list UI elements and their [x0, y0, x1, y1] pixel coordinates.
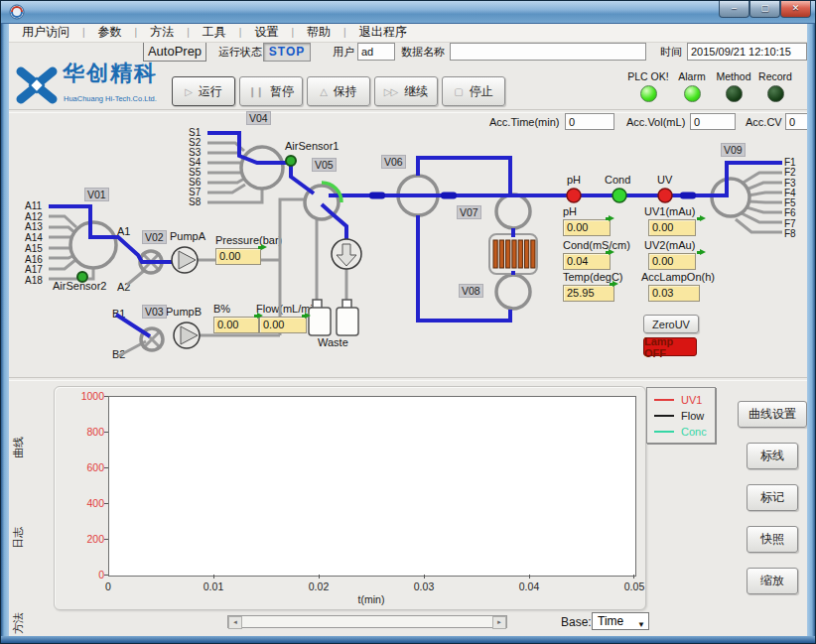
chart-plot-area: [108, 396, 636, 577]
record-led: [767, 85, 784, 102]
plc-ok-label: PLC OK!: [624, 70, 672, 82]
side-tab-log[interactable]: 日志: [11, 520, 25, 556]
base-dropdown[interactable]: Time ▼: [592, 612, 649, 630]
pause-button[interactable]: ❙❙ 暂停: [239, 76, 303, 106]
chart-h-scrollbar[interactable]: ◄ ►: [227, 615, 507, 628]
uv2-readout-value: 0.00: [648, 253, 696, 270]
hold-button[interactable]: △ 保持: [307, 76, 370, 106]
x-tick-001: 0.01: [194, 580, 233, 592]
legend-item-flow[interactable]: Flow: [654, 408, 715, 424]
menu-user-access[interactable]: 用户访问: [9, 24, 82, 41]
legend-item-conc[interactable]: Conc: [654, 424, 715, 440]
pump-b[interactable]: [174, 322, 200, 348]
pump-a[interactable]: [172, 247, 198, 273]
temp-readout-value: 25.95: [563, 285, 614, 302]
menu-method[interactable]: 方法: [137, 24, 187, 41]
run-button[interactable]: ▷ 运行: [172, 76, 235, 106]
marker-line-button[interactable]: 标线: [747, 443, 798, 469]
resume-button[interactable]: ▷▷ 继续: [374, 76, 438, 106]
eject-icon: △: [320, 86, 327, 97]
mark-button[interactable]: 标记: [747, 484, 798, 511]
uv-sensor-dot: [658, 189, 672, 202]
indicator-plc-ok: PLC OK!: [624, 70, 672, 102]
user-input[interactable]: [357, 43, 395, 61]
run-status-value: STOP: [263, 43, 311, 62]
play-icon: ▷: [185, 86, 192, 97]
lamp-off-label: Lamp OFF: [644, 335, 696, 359]
legend-item-uv1[interactable]: UV1: [654, 392, 715, 408]
menu-parameters[interactable]: 参数: [85, 24, 135, 41]
time-value: [687, 43, 807, 61]
stop-button[interactable]: ▢ 停止: [442, 76, 505, 106]
x-tick-003: 0.03: [404, 580, 444, 592]
x-tickmark: [319, 575, 320, 579]
brand-name-en: HuaChuang Hi-Tech.Co.Ltd.: [64, 92, 157, 105]
sample-pump[interactable]: [332, 239, 361, 269]
air-sensor-1-led: [286, 156, 296, 166]
green-arrow-icon: [305, 313, 311, 319]
valve-v04[interactable]: [241, 147, 283, 189]
y-tick-800: 800: [70, 426, 104, 438]
indicator-record: Record: [751, 70, 799, 102]
menu-help[interactable]: 帮助: [294, 24, 343, 41]
waste-bottles: [309, 300, 358, 335]
y-tickmark: [104, 539, 108, 540]
brand-logo-icon: [14, 64, 60, 106]
data-name-input[interactable]: [450, 43, 646, 61]
green-arrow-icon: [609, 215, 614, 221]
y-tickmark: [104, 396, 108, 397]
valve-label-v05: V05: [312, 158, 337, 172]
time-label: 时间: [660, 46, 682, 59]
valve-label-v09: V09: [721, 143, 746, 157]
valve-v01[interactable]: [70, 222, 116, 268]
cond-readout-value: 0.04: [563, 253, 611, 270]
acc-cv-value: [785, 113, 809, 130]
curve-settings-button[interactable]: 曲线设置: [738, 401, 807, 428]
menu-exit[interactable]: 退出程序: [346, 24, 420, 41]
close-button[interactable]: ✕: [780, 1, 811, 18]
valve-label-v02: V02: [142, 230, 167, 244]
window-border-left: [1, 23, 9, 636]
acc-lamp-on-value: 0.03: [648, 285, 700, 302]
base-dropdown-value: Time: [598, 614, 623, 628]
green-arrow-icon: [700, 249, 706, 255]
flow-value: 0.00: [259, 317, 307, 333]
zoom-button[interactable]: 缩放: [747, 568, 798, 594]
hold-button-label: 保持: [334, 83, 357, 100]
lamp-off-button[interactable]: Lamp OFF: [643, 337, 697, 356]
flow-line-swatch: [654, 415, 674, 417]
app-label-chip: AutoPrep: [143, 42, 206, 62]
column: [489, 234, 537, 274]
maximize-button[interactable]: ▢: [749, 1, 780, 18]
fast-forward-icon: ▷▷: [384, 86, 397, 97]
scroll-right-icon[interactable]: ►: [492, 616, 506, 629]
alarm-label: Alarm: [668, 70, 716, 82]
valve-v07[interactable]: [496, 194, 530, 228]
side-tab-method[interactable]: 方法: [11, 605, 25, 641]
window-border-right: [807, 23, 815, 636]
minimize-button[interactable]: –: [719, 1, 749, 18]
snapshot-button[interactable]: 快照: [747, 526, 798, 553]
zero-uv-button[interactable]: ZeroUV: [643, 315, 699, 333]
title-bar: [1, 1, 816, 24]
menu-tools[interactable]: 工具: [190, 24, 239, 41]
menu-settings[interactable]: 设置: [241, 24, 291, 41]
pause-button-label: 暂停: [270, 83, 294, 100]
chart-legend: UV1 Flow Conc: [646, 387, 716, 444]
y-tickmark: [104, 575, 108, 576]
ph-readout-value: 0.00: [563, 219, 611, 236]
valve-label-v08: V08: [459, 284, 483, 298]
data-name-label: 数据名称: [401, 46, 445, 59]
y-tickmark: [104, 432, 108, 433]
valve-v08[interactable]: [496, 275, 530, 309]
scroll-left-icon[interactable]: ◄: [228, 616, 242, 629]
x-tickmark: [633, 575, 634, 579]
divider: [9, 377, 809, 381]
indicator-method: Method: [710, 70, 757, 102]
method-label: Method: [710, 70, 757, 82]
x-tickmark: [529, 575, 530, 579]
side-tab-curve[interactable]: 曲线: [11, 430, 25, 465]
y-tickmark: [104, 503, 108, 504]
chart-x-axis-title: t(min): [349, 593, 393, 605]
uv1-line-swatch: [654, 399, 674, 401]
